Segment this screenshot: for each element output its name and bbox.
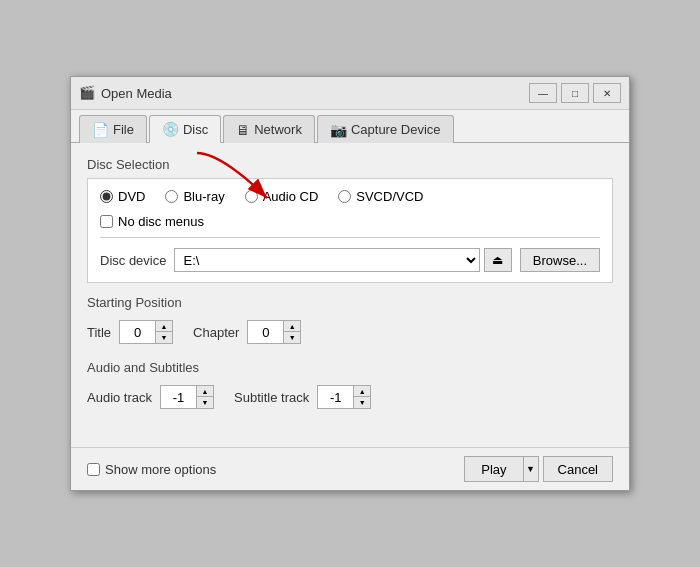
subtitle-up-button[interactable]: ▲ bbox=[354, 386, 370, 397]
tab-disc-label: Disc bbox=[183, 122, 208, 137]
bluray-radio[interactable] bbox=[165, 190, 178, 203]
chapter-group: Chapter ▲ ▼ bbox=[193, 320, 301, 344]
audiocd-radio[interactable] bbox=[245, 190, 258, 203]
minimize-button[interactable]: — bbox=[529, 83, 557, 103]
play-button[interactable]: Play bbox=[464, 456, 522, 482]
no-disc-menus-checkbox[interactable] bbox=[100, 215, 113, 228]
close-button[interactable]: ✕ bbox=[593, 83, 621, 103]
svcdvcd-label: SVCD/VCD bbox=[356, 189, 423, 204]
show-more-label: Show more options bbox=[105, 462, 216, 477]
tab-capture[interactable]: 📷 Capture Device bbox=[317, 115, 454, 143]
audio-subtitles-label: Audio and Subtitles bbox=[87, 360, 613, 375]
open-media-window: 🎬 Open Media — □ ✕ 📄 File 💿 Disc 🖥 Netwo… bbox=[70, 76, 630, 491]
browse-button[interactable]: Browse... bbox=[520, 248, 600, 272]
chapter-up-button[interactable]: ▲ bbox=[284, 321, 300, 332]
title-down-button[interactable]: ▼ bbox=[156, 332, 172, 343]
audio-arrows: ▲ ▼ bbox=[197, 386, 213, 408]
disc-radio-options: DVD Blu-ray Audio CD SVCD/VCD bbox=[100, 189, 600, 204]
show-more-checkbox[interactable] bbox=[87, 463, 100, 476]
dvd-radio[interactable] bbox=[100, 190, 113, 203]
chapter-arrows: ▲ ▼ bbox=[284, 321, 300, 343]
audio-subtitles-section: Audio and Subtitles Audio track ▲ ▼ Subt… bbox=[87, 360, 613, 413]
subtitle-down-button[interactable]: ▼ bbox=[354, 397, 370, 408]
bluray-option[interactable]: Blu-ray bbox=[165, 189, 224, 204]
device-select-wrap: E:\ ⏏ bbox=[174, 248, 511, 272]
chapter-down-button[interactable]: ▼ bbox=[284, 332, 300, 343]
subtitle-spinbox[interactable]: ▲ ▼ bbox=[317, 385, 371, 409]
audio-spinbox[interactable]: ▲ ▼ bbox=[160, 385, 214, 409]
play-group: Play ▼ bbox=[464, 456, 538, 482]
window-controls: — □ ✕ bbox=[529, 83, 621, 103]
tab-network-label: Network bbox=[254, 122, 302, 137]
tab-file[interactable]: 📄 File bbox=[79, 115, 147, 143]
svcdvcd-option[interactable]: SVCD/VCD bbox=[338, 189, 423, 204]
footer: Show more options Play ▼ Cancel bbox=[71, 447, 629, 490]
title-arrows: ▲ ▼ bbox=[156, 321, 172, 343]
separator bbox=[100, 237, 600, 238]
disc-selection-box: DVD Blu-ray Audio CD SVCD/VCD bbox=[87, 178, 613, 283]
show-more-option[interactable]: Show more options bbox=[87, 462, 216, 477]
title-up-button[interactable]: ▲ bbox=[156, 321, 172, 332]
audiocd-label: Audio CD bbox=[263, 189, 319, 204]
svcdvcd-radio[interactable] bbox=[338, 190, 351, 203]
chapter-spinbox[interactable]: ▲ ▼ bbox=[247, 320, 301, 344]
title-input[interactable] bbox=[120, 321, 156, 343]
audio-down-button[interactable]: ▼ bbox=[197, 397, 213, 408]
starting-position-label: Starting Position bbox=[87, 295, 613, 310]
window-title: Open Media bbox=[101, 86, 529, 101]
audio-up-button[interactable]: ▲ bbox=[197, 386, 213, 397]
file-icon: 📄 bbox=[92, 122, 109, 138]
no-disc-menus-label: No disc menus bbox=[118, 214, 204, 229]
subtitle-arrows: ▲ ▼ bbox=[354, 386, 370, 408]
dvd-option[interactable]: DVD bbox=[100, 189, 145, 204]
tab-capture-label: Capture Device bbox=[351, 122, 441, 137]
tab-bar: 📄 File 💿 Disc 🖥 Network 📷 Capture Device bbox=[71, 110, 629, 143]
tab-file-label: File bbox=[113, 122, 134, 137]
window-icon: 🎬 bbox=[79, 85, 95, 101]
play-dropdown-button[interactable]: ▼ bbox=[523, 456, 539, 482]
tab-disc[interactable]: 💿 Disc bbox=[149, 115, 221, 143]
audiocd-option[interactable]: Audio CD bbox=[245, 189, 319, 204]
device-label: Disc device bbox=[100, 253, 166, 268]
audio-track-label: Audio track bbox=[87, 390, 152, 405]
device-select[interactable]: E:\ bbox=[174, 248, 479, 272]
title-spinbox[interactable]: ▲ ▼ bbox=[119, 320, 173, 344]
chapter-label: Chapter bbox=[193, 325, 239, 340]
tab-network[interactable]: 🖥 Network bbox=[223, 115, 315, 143]
dvd-label: DVD bbox=[118, 189, 145, 204]
audio-subtitles-row: Audio track ▲ ▼ Subtitle track ▲ bbox=[87, 381, 613, 413]
maximize-button[interactable]: □ bbox=[561, 83, 589, 103]
title-group: Title ▲ ▼ bbox=[87, 320, 173, 344]
audio-track-group: Audio track ▲ ▼ bbox=[87, 385, 214, 409]
eject-button[interactable]: ⏏ bbox=[484, 248, 512, 272]
capture-icon: 📷 bbox=[330, 122, 347, 138]
starting-position-row: Title ▲ ▼ Chapter ▲ bbox=[87, 316, 613, 348]
disc-icon: 💿 bbox=[162, 121, 179, 137]
subtitle-track-group: Subtitle track ▲ ▼ bbox=[234, 385, 371, 409]
no-disc-menus-option[interactable]: No disc menus bbox=[100, 214, 600, 229]
disc-selection-label: Disc Selection bbox=[87, 157, 613, 172]
disc-selection-section: Disc Selection bbox=[87, 157, 613, 283]
cancel-button[interactable]: Cancel bbox=[543, 456, 613, 482]
starting-position-section: Starting Position Title ▲ ▼ Chapter bbox=[87, 295, 613, 348]
network-icon: 🖥 bbox=[236, 122, 250, 138]
main-content: Disc Selection bbox=[71, 143, 629, 439]
subtitle-track-input[interactable] bbox=[318, 386, 354, 408]
chapter-input[interactable] bbox=[248, 321, 284, 343]
device-row: Disc device E:\ ⏏ Browse... bbox=[100, 248, 600, 272]
title-label: Title bbox=[87, 325, 111, 340]
subtitle-track-label: Subtitle track bbox=[234, 390, 309, 405]
bottom-buttons: Play ▼ Cancel bbox=[464, 456, 613, 482]
disc-selection-wrapper: DVD Blu-ray Audio CD SVCD/VCD bbox=[87, 178, 613, 283]
audio-track-input[interactable] bbox=[161, 386, 197, 408]
title-bar: 🎬 Open Media — □ ✕ bbox=[71, 77, 629, 110]
bluray-label: Blu-ray bbox=[183, 189, 224, 204]
